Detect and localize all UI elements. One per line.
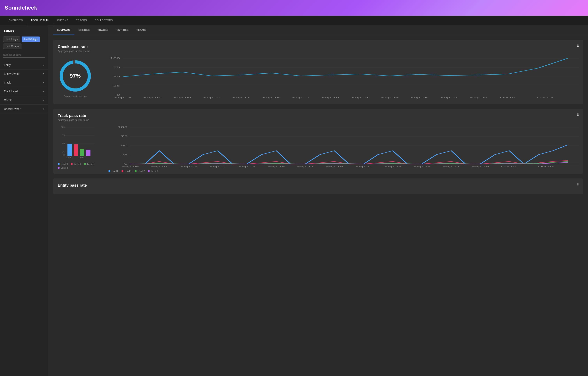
check-filter[interactable]: Check ▾ (0, 96, 48, 105)
check-owner-filter-arrow: ▾ (43, 108, 44, 110)
svg-text:100: 100 (117, 126, 127, 128)
svg-text:Oct 03: Oct 03 (537, 97, 554, 99)
svg-text:Sep 21: Sep 21 (351, 97, 369, 99)
nav-overview[interactable]: OVERVIEW (5, 16, 27, 25)
track-filter-arrow: ▾ (43, 81, 44, 84)
tab-checks[interactable]: CHECKS (74, 25, 94, 35)
entity-filter[interactable]: Entity ▾ (0, 61, 48, 69)
svg-text:Level 1: Level 1 (66, 156, 73, 158)
sub-tabs: SUMMARY CHECKS TRACKS ENTITIES TEAMS (48, 25, 588, 35)
svg-text:25: 25 (62, 151, 65, 153)
legend-level-0: Level 0 (58, 163, 68, 165)
filter-last-7-days[interactable]: Last 7 days (3, 36, 20, 42)
track-pass-rate-title: Track pass rate (58, 113, 579, 118)
svg-text:0: 0 (116, 94, 120, 96)
check-filter-label: Check (4, 99, 12, 102)
track-pass-rate-card: Track pass rate Aggregate pass rate for … (53, 109, 583, 174)
svg-text:Sep 23: Sep 23 (384, 166, 401, 168)
tab-entities[interactable]: ENTITIES (113, 25, 133, 35)
line-legend-dot-level0 (108, 170, 110, 172)
filter-last-90-days[interactable]: Last 90 days (3, 44, 21, 49)
tab-teams[interactable]: TEAMS (133, 25, 150, 35)
entity-owner-filter-label: Entity Owner (4, 72, 20, 75)
track-bar-chart-section: 100 75 50 25 0 Level 1 Lev (58, 125, 101, 169)
line-legend-level-1: Level 1 (121, 170, 131, 172)
track-level-filter[interactable]: Track Level ▾ (0, 87, 48, 96)
track-filter[interactable]: Track ▾ (0, 78, 48, 87)
tab-tracks[interactable]: TRACKS (94, 25, 113, 35)
svg-text:Sep 15: Sep 15 (268, 166, 285, 168)
svg-text:50: 50 (62, 143, 65, 145)
svg-text:Sep 07: Sep 07 (150, 166, 168, 168)
svg-text:Sep 17: Sep 17 (296, 166, 314, 168)
svg-rect-39 (86, 150, 90, 156)
check-pass-rate-title: Check pass rate (58, 44, 579, 49)
check-pass-rate-subtitle: Aggregate pass rate for checks (58, 50, 579, 53)
svg-text:Oct 01: Oct 01 (500, 97, 516, 99)
line-legend-label-level1: Level 1 (125, 170, 131, 172)
legend-dot-level1 (71, 163, 73, 165)
top-nav: OVERVIEW TECH HEALTH CHECKS TRACKS COLLE… (0, 16, 588, 25)
track-pass-layout: 100 75 50 25 0 Level 1 Lev (58, 125, 579, 169)
svg-text:Oct 01: Oct 01 (501, 166, 517, 168)
svg-text:Sep 05: Sep 05 (122, 166, 139, 168)
line-legend-dot-level3 (148, 170, 150, 172)
line-legend-level-3: Level 3 (148, 170, 158, 172)
filter-last-30-days[interactable]: Last 30 days (22, 36, 40, 42)
entity-owner-filter-arrow: ▾ (43, 72, 44, 75)
track-pass-rate-download[interactable]: ⬇ (577, 113, 579, 117)
legend-label-level3: Level 3 (61, 167, 68, 169)
number-of-days-section (0, 52, 48, 61)
svg-text:0: 0 (63, 154, 64, 156)
svg-text:0: 0 (124, 163, 127, 165)
nav-tech-health[interactable]: TECH HEALTH (27, 16, 53, 25)
entity-filter-label: Entity (4, 64, 11, 66)
svg-rect-36 (67, 144, 72, 156)
svg-text:100: 100 (61, 126, 64, 128)
entity-pass-rate-download[interactable]: ⬇ (577, 182, 579, 187)
entity-pass-rate-card: Entity pass rate ⬇ (53, 178, 583, 194)
legend-level-3: Level 3 (58, 167, 68, 169)
svg-text:Sep 29: Sep 29 (472, 166, 489, 168)
track-filter-label: Track (4, 81, 10, 84)
line-legend-label-level2: Level 2 (138, 170, 145, 172)
check-owner-filter[interactable]: Check Owner ▾ (0, 105, 48, 113)
nav-collectors[interactable]: COLLECTORS (91, 16, 117, 25)
svg-text:Sep 09: Sep 09 (180, 166, 198, 168)
donut-percentage: 97% (70, 73, 81, 79)
number-of-days-input[interactable] (3, 52, 45, 58)
entity-owner-filter[interactable]: Entity Owner ▾ (0, 69, 48, 78)
svg-text:Sep 23: Sep 23 (381, 97, 398, 99)
track-pass-rate-subtitle: Aggregate pass rate for tracks (58, 119, 579, 122)
check-pass-rate-card: Check pass rate Aggregate pass rate for … (53, 40, 583, 104)
entity-pass-rate-title: Entity pass rate (58, 183, 579, 188)
svg-text:50: 50 (121, 144, 127, 147)
svg-text:Sep 05: Sep 05 (114, 97, 132, 99)
nav-tracks[interactable]: TRACKS (72, 16, 91, 25)
svg-text:Sep 07: Sep 07 (144, 97, 161, 99)
bar-chart-legend: Level 0 Level 1 Level 2 (58, 163, 101, 169)
time-filter-group: Last 7 days Last 30 days Last 90 days (0, 36, 48, 52)
check-owner-filter-label: Check Owner (4, 107, 21, 111)
svg-text:100: 100 (110, 57, 120, 59)
logo: Soundcheck (5, 5, 37, 11)
check-pass-rate-download[interactable]: ⬇ (577, 44, 579, 48)
svg-text:Sep 19: Sep 19 (326, 166, 343, 168)
line-legend-level-0: Level 0 (108, 170, 118, 172)
line-legend-dot-level1 (121, 170, 123, 172)
svg-text:Sep 11: Sep 11 (203, 97, 220, 99)
line-legend-label-level0: Level 0 (112, 170, 118, 172)
svg-text:Sep 21: Sep 21 (355, 166, 372, 168)
donut-chart: 97% (58, 58, 93, 94)
tab-summary[interactable]: SUMMARY (53, 25, 74, 35)
track-level-filter-label: Track Level (4, 90, 18, 93)
legend-dot-level0 (58, 163, 60, 165)
sidebar-title: Filters (0, 29, 48, 36)
check-pass-layout: 97% Current check pass rate (58, 56, 579, 99)
entity-filter-arrow: ▾ (43, 64, 44, 66)
svg-text:Sep 09: Sep 09 (174, 97, 191, 99)
line-legend-label-level3: Level 3 (151, 170, 158, 172)
nav-checks[interactable]: CHECKS (53, 16, 72, 25)
main-content: SUMMARY CHECKS TRACKS ENTITIES TEAMS Che… (48, 25, 588, 376)
line-legend-dot-level2 (135, 170, 137, 172)
